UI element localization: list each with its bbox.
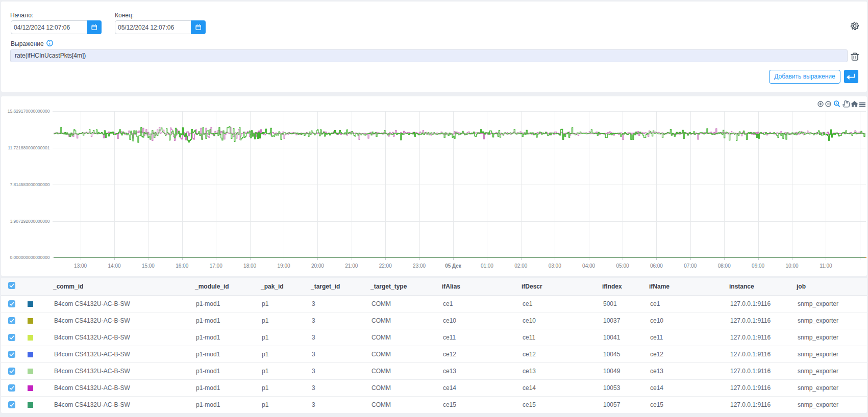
svg-text:11:00: 11:00 [820, 263, 832, 269]
svg-text:18:00: 18:00 [243, 263, 256, 269]
svg-text:16:00: 16:00 [176, 263, 188, 269]
svg-text:09:00: 09:00 [752, 263, 764, 269]
svg-text:3.907292000000000: 3.907292000000000 [10, 219, 50, 224]
svg-text:13:00: 13:00 [74, 263, 87, 269]
svg-text:7.814583000000000: 7.814583000000000 [10, 182, 50, 187]
svg-text:19:00: 19:00 [277, 263, 290, 269]
svg-text:06:00: 06:00 [650, 263, 663, 269]
svg-text:10:00: 10:00 [785, 263, 798, 269]
svg-text:20:00: 20:00 [311, 263, 324, 269]
svg-text:0.000000000000000: 0.000000000000000 [10, 255, 50, 260]
svg-text:23:00: 23:00 [413, 263, 426, 269]
svg-text:21:00: 21:00 [345, 263, 358, 269]
svg-text:14:00: 14:00 [108, 263, 120, 269]
svg-text:22:00: 22:00 [379, 263, 392, 269]
svg-text:02:00: 02:00 [514, 263, 527, 269]
svg-text:07:00: 07:00 [684, 263, 697, 269]
svg-text:03:00: 03:00 [549, 263, 561, 269]
svg-text:15:00: 15:00 [142, 263, 155, 269]
svg-text:01:00: 01:00 [481, 263, 493, 269]
svg-text:17:00: 17:00 [210, 263, 222, 269]
svg-text:05:00: 05:00 [616, 263, 629, 269]
svg-text:08:00: 08:00 [718, 263, 731, 269]
svg-text:11.721880000000001: 11.721880000000001 [8, 145, 49, 150]
svg-text:05 Дек: 05 Дек [445, 263, 462, 269]
svg-text:04:00: 04:00 [582, 263, 595, 269]
svg-text:15.629170000000000: 15.629170000000000 [8, 109, 50, 114]
